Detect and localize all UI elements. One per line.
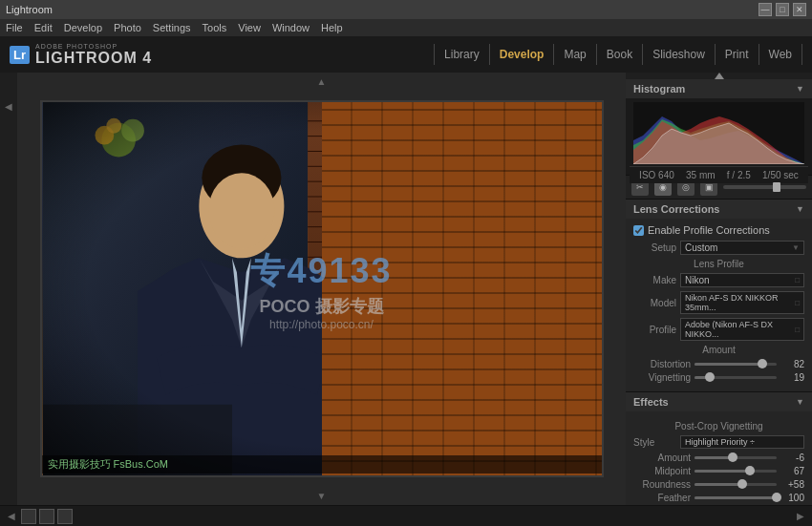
left-panel: ◀ [0,73,17,505]
effects-amount-fill [694,456,733,459]
roundness-label: Roundness [633,479,691,490]
histogram-area: ISO 640 35 mm f / 2.5 1/50 sec [626,98,812,175]
tab-library[interactable]: Library [434,44,490,65]
effects-amount-slider[interactable] [694,456,777,459]
amount-label: Amount [633,345,804,355]
filmstrip-thumb-1[interactable] [21,509,36,524]
close-button[interactable]: ✕ [793,3,806,16]
feather-thumb [772,493,781,502]
histogram-label: Histogram [633,83,685,95]
distortion-row: Distortion 82 [633,359,804,369]
maximize-button[interactable]: □ [776,3,789,16]
enable-corrections-checkbox[interactable] [633,225,644,236]
filmstrip: ◀ ▶ [0,505,812,526]
effects-amount-row: Amount -6 [633,452,804,463]
lens-header[interactable]: Lens Corrections ▼ [626,200,812,219]
histogram-header[interactable]: Histogram ▼ [626,79,812,98]
menu-view[interactable]: View [238,22,261,33]
roundness-value: +58 [780,479,804,490]
distortion-fill [694,363,762,366]
histogram-arrow: ▼ [796,84,804,94]
profile-value[interactable]: Adobe (Nikon AF-S DX NIKKO... □ [680,318,804,341]
vignetting-thumb [705,372,715,382]
menu-edit[interactable]: Edit [34,22,53,33]
photo-svg [42,102,602,475]
feather-slider[interactable] [694,496,777,499]
effects-arrow: ▼ [796,397,804,407]
lens-arrow: ▼ [796,204,804,214]
iso-value: ISO 640 [639,170,674,180]
filmstrip-right-icon[interactable]: ▶ [797,511,804,521]
effects-content: Post-Crop Vignetting Style Highlight Pri… [626,411,812,505]
svg-rect-1 [308,102,601,475]
distortion-slider[interactable] [694,363,777,366]
style-label: Style [633,437,676,448]
roundness-row: Roundness +58 [633,479,804,490]
photo-area: ▲ [17,73,626,505]
model-label: Model [633,298,676,308]
filmstrip-thumb-2[interactable] [39,509,54,524]
menu-develop[interactable]: Develop [64,22,102,33]
scroll-up-arrow[interactable] [626,73,812,79]
tool-slider[interactable] [723,185,806,189]
photo-image: 专49133 POCO 摄影专题 http://photo.poco.cn/ 实… [42,102,602,475]
bottom-nav-arrow[interactable]: ▼ [317,491,327,501]
title-bar: Lightroom — □ ✕ [0,0,812,19]
adobe-text: ADOBE PHOTOSHOP [35,43,152,50]
make-dropdown-icon: □ [795,276,800,284]
make-label: Make [633,275,676,285]
midpoint-row: Midpoint 67 [633,466,804,476]
roundness-fill [694,483,742,486]
make-value[interactable]: Nikon □ [680,273,804,287]
filmstrip-thumbnails [21,509,791,524]
profile-row: Profile Adobe (Nikon AF-S DX NIKKO... □ [633,318,804,341]
aperture: f / 2.5 [727,170,751,180]
camera-info: ISO 640 35 mm f / 2.5 1/50 sec [630,166,808,183]
filmstrip-left-icon[interactable]: ◀ [8,511,15,521]
tab-book[interactable]: Book [597,44,643,65]
effects-label: Effects [633,396,669,408]
midpoint-label: Midpoint [633,466,691,476]
vignetting-slider[interactable] [694,376,777,379]
left-panel-toggle[interactable]: ◀ [4,101,14,112]
menu-tools[interactable]: Tools [203,22,227,33]
window-controls[interactable]: — □ ✕ [759,3,806,16]
enable-corrections-row: Enable Profile Corrections [633,224,804,236]
tab-map[interactable]: Map [554,44,596,65]
profile-label: Profile [633,325,676,335]
midpoint-thumb [745,466,755,475]
feather-label: Feather [633,493,691,503]
effects-header[interactable]: Effects ▼ [626,392,812,411]
distortion-label: Distortion [633,359,691,369]
menu-help[interactable]: Help [321,22,343,33]
tab-slideshow[interactable]: Slideshow [643,44,716,65]
menu-photo[interactable]: Photo [114,22,141,33]
tab-print[interactable]: Print [716,44,759,65]
histogram-section: Histogram ▼ [626,79,812,176]
minimize-button[interactable]: — [759,3,772,16]
model-row: Model Nikon AF-S DX NIKKOR 35mm... □ [633,291,804,314]
profile-dropdown-icon: □ [795,326,800,334]
tab-develop[interactable]: Develop [490,44,555,65]
style-value[interactable]: Highlight Priority ÷ [680,435,804,449]
lens-label: Lens Corrections [633,203,719,215]
module-tabs: Library Develop Map Book Slideshow Print… [434,44,802,65]
effects-amount-value: -6 [780,452,804,463]
post-crop-label: Post-Crop Vignetting [633,421,804,431]
menu-settings[interactable]: Settings [153,22,191,33]
top-nav-arrow[interactable]: ▲ [317,76,327,87]
roundness-slider[interactable] [694,483,777,486]
midpoint-slider[interactable] [694,470,777,473]
lens-corrections-section: Lens Corrections ▼ Enable Profile Correc… [626,200,812,392]
effects-section: Effects ▼ Post-Crop Vignetting Style Hig… [626,392,812,505]
menu-window[interactable]: Window [272,22,310,33]
photo-frame: 专49133 POCO 摄影专题 http://photo.poco.cn/ 实… [40,100,604,477]
tab-web[interactable]: Web [759,44,802,65]
menu-file[interactable]: File [6,22,23,33]
setup-value[interactable]: Custom ▼ [680,241,804,255]
effects-amount-thumb [728,452,737,462]
tool-slider-thumb [773,182,780,192]
filmstrip-thumb-3[interactable] [57,509,73,524]
vignetting-row: Vignetting 19 [633,372,804,383]
model-value[interactable]: Nikon AF-S DX NIKKOR 35mm... □ [680,291,804,314]
